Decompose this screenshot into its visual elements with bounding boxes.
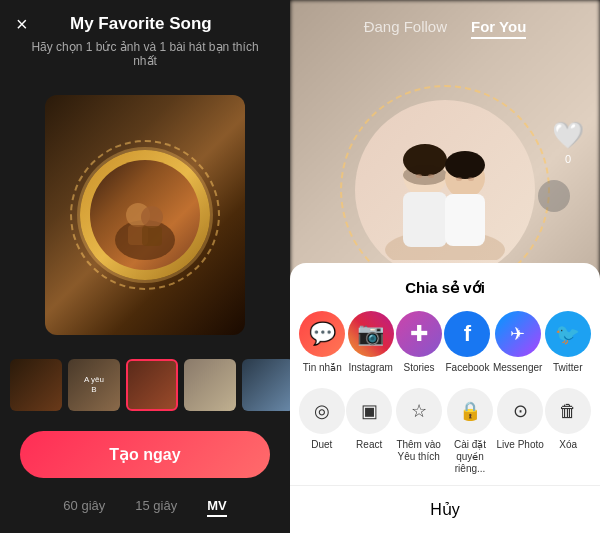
svg-rect-11 <box>445 194 485 246</box>
share-messenger[interactable]: ✈ Messenger <box>493 311 542 374</box>
svg-point-12 <box>445 151 485 179</box>
facebook-icon: f <box>444 311 490 357</box>
share-instagram[interactable]: 📷 Instagram <box>348 311 394 374</box>
privacy-icon: 🔒 <box>447 388 493 434</box>
feed-tabs: Đang Follow For You <box>290 0 600 49</box>
svg-rect-7 <box>403 192 447 247</box>
duet-label: Duet <box>311 439 332 451</box>
thumbnail-strip: A yêuB <box>0 351 290 419</box>
cancel-button[interactable]: Hủy <box>290 485 600 533</box>
thumb-text: A yêuB <box>82 373 106 396</box>
duration-mv[interactable]: MV <box>207 498 227 517</box>
small-circle <box>538 180 570 212</box>
twitter-icon: 🐦 <box>545 311 591 357</box>
couple-photo <box>355 100 535 280</box>
delete-icon: 🗑 <box>545 388 591 434</box>
duration-60[interactable]: 60 giây <box>63 498 105 517</box>
stories-icon: ✚ <box>396 311 442 357</box>
thumbnail-2[interactable]: A yêuB <box>68 359 120 411</box>
couple-illustration <box>365 120 525 260</box>
right-overlay: Đang Follow For You <box>290 0 600 533</box>
delete-label: Xóa <box>559 439 577 451</box>
svg-point-9 <box>403 165 447 185</box>
share-row-2: ◎ Duet ▣ React ☆ Thêm vào Yêu thích <box>290 388 600 475</box>
instagram-icon: 📷 <box>348 311 394 357</box>
live-photo-icon: ⊙ <box>497 388 543 434</box>
left-header: × My Favorite Song <box>0 0 290 40</box>
share-title: Chia sẻ với <box>290 279 600 297</box>
duration-tabs: 60 giây 15 giây MV <box>0 490 290 533</box>
twitter-label: Twitter <box>553 362 582 374</box>
share-react[interactable]: ▣ React <box>346 388 392 475</box>
right-panel: Đang Follow For You <box>290 0 600 533</box>
share-live-photo[interactable]: ⊙ Live Photo <box>497 388 544 475</box>
subtitle: Hãy chọn 1 bức ảnh và 1 bài hát bạn thíc… <box>0 40 290 78</box>
heart-button[interactable]: 🤍 0 <box>552 120 584 165</box>
page-title: My Favorite Song <box>28 14 254 34</box>
share-facebook[interactable]: f Facebook <box>444 311 490 374</box>
close-button[interactable]: × <box>16 14 28 34</box>
heart-count: 0 <box>565 153 571 165</box>
favorite-label: Thêm vào Yêu thích <box>394 439 444 463</box>
svg-point-14 <box>428 174 434 178</box>
svg-point-15 <box>456 177 462 181</box>
main-image-bg[interactable] <box>45 95 245 335</box>
instagram-label: Instagram <box>348 362 392 374</box>
svg-point-16 <box>468 177 474 181</box>
messenger-icon: ✈ <box>495 311 541 357</box>
duet-icon: ◎ <box>299 388 345 434</box>
thumbnail-1[interactable] <box>10 359 62 411</box>
main-image-area <box>0 78 290 351</box>
share-sheet: Chia sẻ với 💬 Tin nhắn 📷 Instagram <box>290 263 600 533</box>
react-icon: ▣ <box>346 388 392 434</box>
share-twitter[interactable]: 🐦 Twitter <box>545 311 591 374</box>
stories-label: Stories <box>403 362 434 374</box>
tab-for-you[interactable]: For You <box>471 18 526 39</box>
share-favorite[interactable]: ☆ Thêm vào Yêu thích <box>394 388 444 475</box>
duration-15[interactable]: 15 giây <box>135 498 177 517</box>
thumbnail-3[interactable] <box>126 359 178 411</box>
svg-point-13 <box>416 174 422 178</box>
tab-following[interactable]: Đang Follow <box>364 18 447 39</box>
svg-rect-4 <box>142 226 162 246</box>
thumbnail-5[interactable] <box>242 359 290 411</box>
create-button[interactable]: Tạo ngay <box>20 431 270 478</box>
tin-nhan-icon: 💬 <box>299 311 345 357</box>
share-row-1: 💬 Tin nhắn 📷 Instagram ✚ Stories <box>290 311 600 374</box>
share-tin-nhan[interactable]: 💬 Tin nhắn <box>299 311 345 374</box>
facebook-label: Facebook <box>446 362 490 374</box>
heart-icon: 🤍 <box>552 120 584 151</box>
messenger-label: Messenger <box>493 362 542 374</box>
couple-silhouette <box>100 170 190 260</box>
thumbnail-4[interactable] <box>184 359 236 411</box>
share-duet[interactable]: ◎ Duet <box>299 388 345 475</box>
favorite-icon: ☆ <box>396 388 442 434</box>
share-stories[interactable]: ✚ Stories <box>396 311 442 374</box>
share-privacy[interactable]: 🔒 Cài đặt quyền riêng... <box>445 388 495 475</box>
left-panel: × My Favorite Song Hãy chọn 1 bức ảnh và… <box>0 0 290 533</box>
privacy-label: Cài đặt quyền riêng... <box>445 439 495 475</box>
circle-frame <box>80 150 210 280</box>
svg-point-2 <box>141 206 163 228</box>
tin-nhan-label: Tin nhắn <box>303 362 342 374</box>
circle-inner <box>90 160 200 270</box>
live-photo-label: Live Photo <box>497 439 544 451</box>
share-delete[interactable]: 🗑 Xóa <box>545 388 591 475</box>
react-label: React <box>356 439 382 451</box>
